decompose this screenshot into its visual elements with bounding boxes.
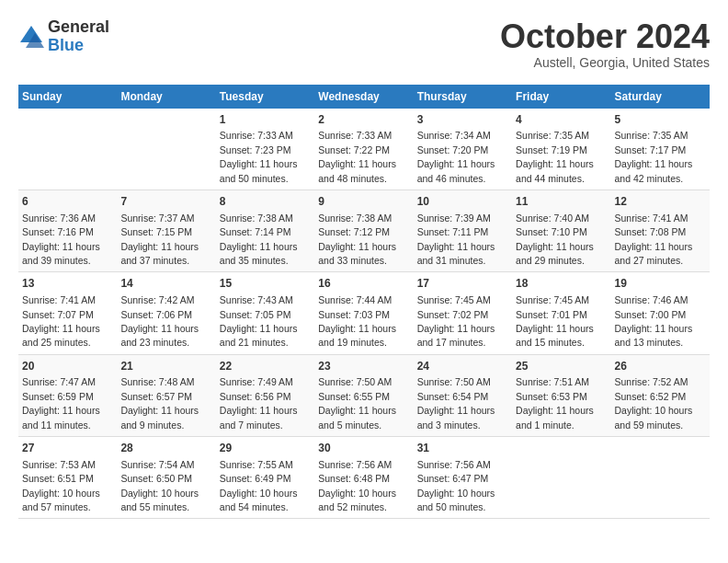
day-number: 2 bbox=[318, 112, 409, 128]
calendar-header-row: SundayMondayTuesdayWednesdayThursdayFrid… bbox=[18, 85, 710, 109]
day-number: 4 bbox=[516, 112, 607, 128]
day-number: 18 bbox=[516, 276, 607, 292]
calendar-cell: 20Sunrise: 7:47 AM Sunset: 6:59 PM Dayli… bbox=[18, 354, 117, 436]
week-row-5: 27Sunrise: 7:53 AM Sunset: 6:51 PM Dayli… bbox=[18, 437, 710, 519]
calendar-cell: 2Sunrise: 7:33 AM Sunset: 7:22 PM Daylig… bbox=[314, 109, 413, 190]
calendar-cell: 3Sunrise: 7:34 AM Sunset: 7:20 PM Daylig… bbox=[414, 109, 512, 190]
week-row-1: 1Sunrise: 7:33 AM Sunset: 7:23 PM Daylig… bbox=[18, 109, 710, 190]
month-title: October 2024 bbox=[500, 18, 710, 55]
day-info: Sunrise: 7:36 AM Sunset: 7:16 PM Dayligh… bbox=[22, 213, 100, 266]
day-info: Sunrise: 7:51 AM Sunset: 6:53 PM Dayligh… bbox=[516, 376, 594, 430]
title-section: October 2024 Austell, Georgia, United St… bbox=[500, 18, 710, 70]
day-info: Sunrise: 7:33 AM Sunset: 7:23 PM Dayligh… bbox=[220, 130, 298, 183]
day-number: 31 bbox=[417, 441, 508, 456]
day-number: 13 bbox=[22, 276, 113, 292]
day-info: Sunrise: 7:37 AM Sunset: 7:15 PM Dayligh… bbox=[120, 213, 199, 266]
day-info: Sunrise: 7:38 AM Sunset: 7:12 PM Dayligh… bbox=[318, 213, 396, 266]
day-info: Sunrise: 7:44 AM Sunset: 7:03 PM Dayligh… bbox=[318, 294, 396, 348]
logo-blue-text: Blue bbox=[48, 37, 109, 55]
day-number: 21 bbox=[120, 359, 211, 374]
week-row-2: 6Sunrise: 7:36 AM Sunset: 7:16 PM Daylig… bbox=[18, 190, 710, 271]
calendar-cell bbox=[18, 109, 117, 190]
calendar-cell: 26Sunrise: 7:52 AM Sunset: 6:52 PM Dayli… bbox=[611, 354, 710, 436]
day-number: 12 bbox=[615, 194, 706, 210]
day-info: Sunrise: 7:41 AM Sunset: 7:08 PM Dayligh… bbox=[615, 213, 693, 266]
day-number: 10 bbox=[417, 194, 508, 210]
day-info: Sunrise: 7:49 AM Sunset: 6:56 PM Dayligh… bbox=[220, 376, 298, 430]
calendar-cell: 17Sunrise: 7:45 AM Sunset: 7:02 PM Dayli… bbox=[414, 272, 512, 354]
day-number: 26 bbox=[615, 359, 706, 374]
day-number: 23 bbox=[318, 359, 409, 374]
day-info: Sunrise: 7:45 AM Sunset: 7:02 PM Dayligh… bbox=[417, 294, 495, 348]
day-number: 14 bbox=[120, 276, 211, 292]
calendar-cell: 16Sunrise: 7:44 AM Sunset: 7:03 PM Dayli… bbox=[314, 272, 413, 354]
calendar-cell: 31Sunrise: 7:56 AM Sunset: 6:47 PM Dayli… bbox=[414, 437, 512, 519]
calendar-cell: 15Sunrise: 7:43 AM Sunset: 7:05 PM Dayli… bbox=[216, 272, 314, 354]
calendar-cell: 25Sunrise: 7:51 AM Sunset: 6:53 PM Dayli… bbox=[512, 354, 610, 436]
logo-general-text: General bbox=[48, 18, 109, 37]
day-info: Sunrise: 7:53 AM Sunset: 6:51 PM Dayligh… bbox=[22, 459, 100, 512]
day-number: 6 bbox=[22, 194, 113, 210]
day-number: 9 bbox=[318, 194, 409, 210]
day-info: Sunrise: 7:38 AM Sunset: 7:14 PM Dayligh… bbox=[220, 213, 298, 266]
week-row-3: 13Sunrise: 7:41 AM Sunset: 7:07 PM Dayli… bbox=[18, 272, 710, 354]
calendar-cell: 30Sunrise: 7:56 AM Sunset: 6:48 PM Dayli… bbox=[314, 437, 413, 519]
day-info: Sunrise: 7:45 AM Sunset: 7:01 PM Dayligh… bbox=[516, 294, 594, 348]
calendar-cell: 19Sunrise: 7:46 AM Sunset: 7:00 PM Dayli… bbox=[611, 272, 710, 354]
day-info: Sunrise: 7:50 AM Sunset: 6:54 PM Dayligh… bbox=[417, 376, 495, 430]
calendar-cell: 18Sunrise: 7:45 AM Sunset: 7:01 PM Dayli… bbox=[512, 272, 610, 354]
calendar-cell: 1Sunrise: 7:33 AM Sunset: 7:23 PM Daylig… bbox=[216, 109, 314, 190]
day-number: 22 bbox=[220, 359, 311, 374]
day-number: 27 bbox=[22, 441, 113, 456]
day-number: 16 bbox=[318, 276, 409, 292]
day-number: 8 bbox=[220, 194, 311, 210]
calendar-cell: 22Sunrise: 7:49 AM Sunset: 6:56 PM Dayli… bbox=[216, 354, 314, 436]
day-number: 3 bbox=[417, 112, 508, 128]
day-info: Sunrise: 7:34 AM Sunset: 7:20 PM Dayligh… bbox=[417, 130, 495, 183]
day-number: 11 bbox=[516, 194, 607, 210]
day-number: 30 bbox=[318, 441, 409, 456]
day-info: Sunrise: 7:56 AM Sunset: 6:48 PM Dayligh… bbox=[318, 459, 396, 512]
day-info: Sunrise: 7:54 AM Sunset: 6:50 PM Dayligh… bbox=[120, 459, 199, 512]
calendar-cell: 13Sunrise: 7:41 AM Sunset: 7:07 PM Dayli… bbox=[18, 272, 117, 354]
header-monday: Monday bbox=[117, 85, 215, 109]
day-number: 24 bbox=[417, 359, 508, 374]
calendar-cell: 7Sunrise: 7:37 AM Sunset: 7:15 PM Daylig… bbox=[117, 190, 215, 271]
header-wednesday: Wednesday bbox=[314, 85, 413, 109]
day-info: Sunrise: 7:42 AM Sunset: 7:06 PM Dayligh… bbox=[120, 294, 199, 348]
calendar-table: SundayMondayTuesdayWednesdayThursdayFrid… bbox=[18, 85, 710, 520]
day-info: Sunrise: 7:33 AM Sunset: 7:22 PM Dayligh… bbox=[318, 130, 396, 183]
location-text: Austell, Georgia, United States bbox=[500, 55, 710, 70]
calendar-cell: 10Sunrise: 7:39 AM Sunset: 7:11 PM Dayli… bbox=[414, 190, 512, 271]
calendar-cell: 4Sunrise: 7:35 AM Sunset: 7:19 PM Daylig… bbox=[512, 109, 610, 190]
calendar-cell: 23Sunrise: 7:50 AM Sunset: 6:55 PM Dayli… bbox=[314, 354, 413, 436]
day-info: Sunrise: 7:40 AM Sunset: 7:10 PM Dayligh… bbox=[516, 213, 594, 266]
day-info: Sunrise: 7:52 AM Sunset: 6:52 PM Dayligh… bbox=[615, 376, 693, 430]
header-saturday: Saturday bbox=[611, 85, 710, 109]
calendar-cell: 11Sunrise: 7:40 AM Sunset: 7:10 PM Dayli… bbox=[512, 190, 610, 271]
calendar-cell: 28Sunrise: 7:54 AM Sunset: 6:50 PM Dayli… bbox=[117, 437, 215, 519]
day-info: Sunrise: 7:50 AM Sunset: 6:55 PM Dayligh… bbox=[318, 376, 396, 430]
day-number: 20 bbox=[22, 359, 113, 374]
calendar-cell bbox=[512, 437, 610, 519]
day-info: Sunrise: 7:55 AM Sunset: 6:49 PM Dayligh… bbox=[220, 459, 298, 512]
calendar-cell: 27Sunrise: 7:53 AM Sunset: 6:51 PM Dayli… bbox=[18, 437, 117, 519]
day-info: Sunrise: 7:39 AM Sunset: 7:11 PM Dayligh… bbox=[417, 213, 495, 266]
day-info: Sunrise: 7:48 AM Sunset: 6:57 PM Dayligh… bbox=[120, 376, 199, 430]
day-number: 15 bbox=[220, 276, 311, 292]
calendar-cell: 8Sunrise: 7:38 AM Sunset: 7:14 PM Daylig… bbox=[216, 190, 314, 271]
day-info: Sunrise: 7:43 AM Sunset: 7:05 PM Dayligh… bbox=[220, 294, 298, 348]
day-info: Sunrise: 7:41 AM Sunset: 7:07 PM Dayligh… bbox=[22, 294, 100, 348]
header-sunday: Sunday bbox=[18, 85, 117, 109]
calendar-cell: 14Sunrise: 7:42 AM Sunset: 7:06 PM Dayli… bbox=[117, 272, 215, 354]
calendar-cell: 6Sunrise: 7:36 AM Sunset: 7:16 PM Daylig… bbox=[18, 190, 117, 271]
day-number: 7 bbox=[120, 194, 211, 210]
logo-icon bbox=[18, 24, 44, 50]
day-number: 17 bbox=[417, 276, 508, 292]
day-number: 19 bbox=[615, 276, 706, 292]
calendar-cell: 21Sunrise: 7:48 AM Sunset: 6:57 PM Dayli… bbox=[117, 354, 215, 436]
calendar-cell: 12Sunrise: 7:41 AM Sunset: 7:08 PM Dayli… bbox=[611, 190, 710, 271]
calendar-cell bbox=[611, 437, 710, 519]
header-tuesday: Tuesday bbox=[216, 85, 314, 109]
calendar-cell: 9Sunrise: 7:38 AM Sunset: 7:12 PM Daylig… bbox=[314, 190, 413, 271]
